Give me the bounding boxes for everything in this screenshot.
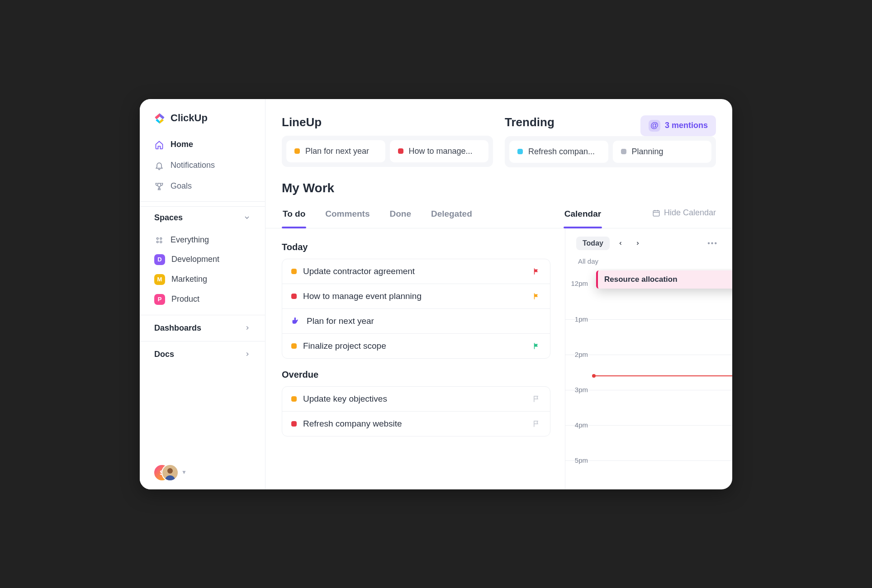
- chevron-right-icon: [244, 325, 251, 331]
- hour-label: 12pm: [565, 280, 592, 287]
- hour-label: 5pm: [565, 456, 592, 464]
- hour-row[interactable]: 2pm: [565, 355, 732, 390]
- task-row[interactable]: Plan for next year: [282, 309, 550, 334]
- space-development[interactable]: D Development: [148, 250, 257, 270]
- hour-row[interactable]: 3pm: [565, 390, 732, 425]
- task-label: Plan for next year: [307, 316, 541, 326]
- flag-icon[interactable]: [532, 292, 541, 301]
- flag-outline-icon[interactable]: [532, 419, 541, 428]
- nav-docs[interactable]: Docs: [140, 341, 265, 367]
- status-icon: [291, 294, 297, 299]
- flag-icon[interactable]: [532, 267, 541, 276]
- nav-goals[interactable]: Goals: [148, 176, 257, 197]
- everything-icon: [154, 235, 164, 245]
- today-label: Today: [282, 242, 550, 252]
- status-icon: [291, 269, 297, 274]
- trending-card[interactable]: Planning: [613, 141, 712, 163]
- nav-notifications[interactable]: Notifications: [148, 155, 257, 176]
- bell-icon: [154, 161, 164, 171]
- main-content: LineUp Plan for next year How to manage.…: [265, 99, 732, 489]
- task-label: Finalize project scope: [303, 341, 526, 351]
- nav-home[interactable]: Home: [148, 134, 257, 155]
- trending-card[interactable]: Refresh compan...: [509, 141, 608, 163]
- space-marketing[interactable]: M Marketing: [148, 270, 257, 289]
- current-time-line: [594, 375, 732, 376]
- status-icon: [291, 421, 297, 427]
- calendar-grid[interactable]: Resource allocation 12pm1pm2pm3pm4pm5pm: [565, 269, 732, 489]
- mentions-label: 3 mentions: [665, 121, 708, 130]
- hide-calendar-label: Hide Calendar: [664, 208, 716, 218]
- svg-point-4: [156, 237, 158, 239]
- status-icon: [517, 149, 523, 154]
- task-row[interactable]: Update key objectives: [282, 387, 550, 412]
- mentions-button[interactable]: @ 3 mentions: [640, 115, 716, 136]
- lineup-card[interactable]: Plan for next year: [286, 140, 385, 162]
- mywork-title: My Work: [265, 178, 732, 204]
- lineup-card-label: How to manage...: [409, 147, 473, 156]
- flag-icon[interactable]: [532, 341, 541, 351]
- trophy-icon: [154, 181, 164, 191]
- more-button[interactable]: •••: [704, 237, 721, 249]
- hide-calendar-button[interactable]: Hide Calendar: [652, 208, 716, 224]
- overdue-label: Overdue: [282, 370, 550, 380]
- today-button[interactable]: Today: [576, 237, 610, 250]
- user-menu[interactable]: S ▼: [140, 455, 265, 489]
- allday-label: All day: [565, 256, 732, 269]
- svg-point-6: [156, 241, 158, 242]
- space-everything[interactable]: Everything: [148, 231, 257, 250]
- hour-label: 3pm: [565, 386, 592, 394]
- status-icon: [291, 343, 297, 349]
- task-row[interactable]: How to manage event planning: [282, 284, 550, 309]
- nav-home-label: Home: [171, 140, 193, 149]
- hour-label: 4pm: [565, 421, 592, 429]
- task-label: Update contractor agreement: [303, 266, 526, 276]
- svg-rect-7: [160, 241, 162, 242]
- hour-label: 1pm: [565, 315, 592, 323]
- status-icon: [398, 148, 403, 154]
- task-label: How to manage event planning: [303, 291, 526, 301]
- space-label: Product: [171, 294, 199, 304]
- tab-delegated[interactable]: Delegated: [430, 204, 473, 228]
- tab-todo[interactable]: To do: [282, 204, 306, 228]
- docs-label: Docs: [154, 350, 174, 359]
- tab-comments[interactable]: Comments: [324, 204, 370, 228]
- hour-row[interactable]: 1pm: [565, 319, 732, 355]
- svg-rect-9: [653, 210, 659, 216]
- calendar-panel: Today ••• All day Resource allocation 12…: [565, 228, 732, 489]
- next-button[interactable]: [631, 237, 644, 250]
- task-row[interactable]: Finalize project scope: [282, 334, 550, 358]
- space-label: Marketing: [171, 275, 207, 284]
- chevron-down-icon: [243, 214, 251, 221]
- flag-outline-icon[interactable]: [532, 394, 541, 403]
- task-row[interactable]: Refresh company website: [282, 412, 550, 436]
- space-badge: D: [154, 254, 165, 265]
- lineup-section: LineUp Plan for next year How to manage.…: [282, 115, 493, 167]
- lineup-card[interactable]: How to manage...: [390, 140, 489, 162]
- hour-row[interactable]: 12pm: [565, 284, 732, 319]
- task-row[interactable]: Update contractor agreement: [282, 259, 550, 284]
- nav-dashboards[interactable]: Dashboards: [140, 315, 265, 341]
- task-label: Refresh company website: [303, 419, 526, 429]
- status-icon: [621, 149, 626, 154]
- prev-button[interactable]: [614, 237, 627, 250]
- hour-row[interactable]: 4pm: [565, 425, 732, 460]
- avatar-stack: S: [153, 464, 178, 480]
- brand-name: ClickUp: [171, 112, 208, 124]
- today-tasks: Update contractor agreement How to manag…: [282, 259, 550, 359]
- calendar-icon: [652, 209, 660, 217]
- lineup-card-label: Plan for next year: [305, 147, 369, 156]
- space-badge: M: [154, 274, 165, 285]
- trending-card-label: Refresh compan...: [528, 147, 595, 156]
- space-product[interactable]: P Product: [148, 289, 257, 309]
- task-label: Update key objectives: [303, 394, 526, 404]
- logo[interactable]: ClickUp: [140, 99, 265, 134]
- spaces-header[interactable]: Spaces: [140, 206, 265, 229]
- tab-done[interactable]: Done: [389, 204, 412, 228]
- hour-row[interactable]: 5pm: [565, 460, 732, 489]
- nav-notifications-label: Notifications: [171, 161, 215, 170]
- avatar: [161, 464, 179, 481]
- tab-calendar[interactable]: Calendar: [564, 204, 602, 228]
- pointing-hand-icon: [291, 317, 300, 326]
- event-title: Resource allocation: [604, 275, 678, 284]
- svg-marker-3: [160, 119, 164, 123]
